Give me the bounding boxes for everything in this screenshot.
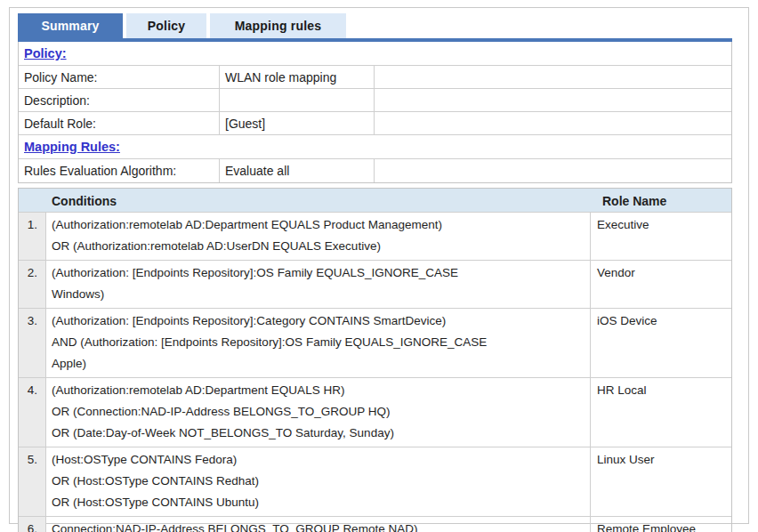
field-label: Description: bbox=[19, 89, 220, 111]
field-value: [Guest] bbox=[220, 112, 375, 134]
field-extra bbox=[375, 112, 731, 134]
tab-mapping-rules[interactable]: Mapping rules bbox=[210, 13, 346, 38]
rule-role-name: Linux User bbox=[591, 447, 731, 516]
policy-section-link[interactable]: Policy: bbox=[24, 46, 67, 60]
default-role-row: Default Role: [Guest] bbox=[19, 112, 731, 135]
field-label: Rules Evaluation Algorithm: bbox=[19, 159, 220, 182]
rule-conditions: (Authorization:remotelab AD:Department E… bbox=[46, 378, 591, 447]
mapping-rules-heading-row: Mapping Rules: bbox=[19, 135, 731, 159]
rule-role-name: Executive bbox=[591, 213, 731, 260]
field-value bbox=[220, 89, 375, 111]
rule-role-name: HR Local bbox=[591, 378, 731, 447]
rule-conditions: (Authorization:remotelab AD:Department E… bbox=[46, 213, 591, 260]
rule-number: 5. bbox=[19, 447, 46, 516]
rule-row-2: 2. (Authorization: [Endpoints Repository… bbox=[19, 261, 731, 309]
rule-conditions: (Host:OSType CONTAINS Fedora) OR (Host:O… bbox=[46, 447, 591, 516]
header-role-name: Role Name bbox=[591, 189, 731, 215]
rules-table-header: Conditions Role Name bbox=[19, 189, 731, 213]
rule-conditions: (Authorization: [Endpoints Repository]:O… bbox=[46, 261, 591, 308]
field-extra bbox=[375, 66, 731, 88]
field-extra bbox=[375, 89, 731, 111]
tab-summary[interactable]: Summary bbox=[18, 13, 123, 38]
rule-number: 3. bbox=[19, 309, 46, 377]
field-extra bbox=[375, 159, 731, 182]
rules-evaluation-row: Rules Evaluation Algorithm: Evaluate all bbox=[19, 159, 731, 182]
mapping-rules-table: Conditions Role Name 1. (Authorization:r… bbox=[18, 188, 732, 532]
header-conditions: Conditions bbox=[46, 189, 591, 215]
rule-conditions: Connection:NAD-IP-Address BELONGS_TO_GRO… bbox=[46, 517, 591, 532]
rule-row-6: 6. Connection:NAD-IP-Address BELONGS_TO_… bbox=[19, 517, 731, 532]
content-frame: Summary Policy Mapping rules Policy: Pol… bbox=[9, 7, 749, 524]
rule-row-1: 1. (Authorization:remotelab AD:Departmen… bbox=[19, 213, 731, 261]
rule-conditions: (Authorization: [Endpoints Repository]:C… bbox=[46, 309, 591, 377]
policy-name-row: Policy Name: WLAN role mapping bbox=[19, 66, 731, 89]
field-value: Evaluate all bbox=[220, 159, 375, 182]
policy-section-heading-row: Policy: bbox=[19, 42, 731, 66]
tab-policy[interactable]: Policy bbox=[126, 13, 206, 38]
rule-number: 6. bbox=[19, 517, 46, 532]
policy-summary-table: Policy: Policy Name: WLAN role mapping D… bbox=[18, 42, 732, 183]
rule-role-name: Remote Employee bbox=[591, 517, 731, 532]
mapping-rules-section-link[interactable]: Mapping Rules: bbox=[24, 140, 120, 154]
rule-row-3: 3. (Authorization: [Endpoints Repository… bbox=[19, 309, 731, 378]
tab-bar: Summary Policy Mapping rules bbox=[18, 13, 748, 38]
rule-number: 1. bbox=[19, 213, 46, 260]
rule-role-name: Vendor bbox=[591, 261, 731, 308]
rule-role-name: iOS Device bbox=[591, 309, 731, 377]
rule-row-4: 4. (Authorization:remotelab AD:Departmen… bbox=[19, 378, 731, 447]
field-label: Policy Name: bbox=[19, 66, 220, 88]
header-number-cell bbox=[19, 189, 46, 215]
rule-number: 4. bbox=[19, 378, 46, 447]
rule-number: 2. bbox=[19, 261, 46, 308]
field-label: Default Role: bbox=[19, 112, 220, 134]
description-row: Description: bbox=[19, 89, 731, 112]
rule-row-5: 5. (Host:OSType CONTAINS Fedora) OR (Hos… bbox=[19, 447, 731, 517]
field-value: WLAN role mapping bbox=[220, 66, 375, 88]
